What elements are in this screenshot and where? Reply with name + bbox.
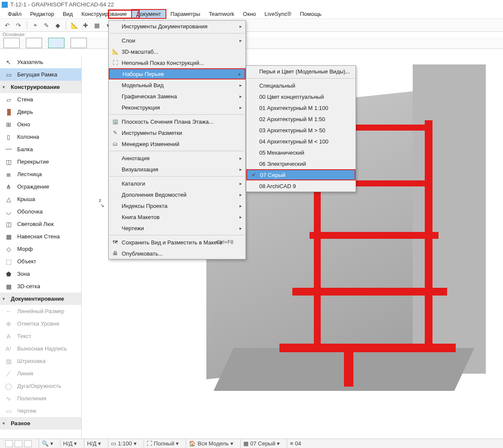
menu-item-3D-масштаб...[interactable]: 📐3D-масштаб... [109,46,245,57]
tool-Дуга/Окружность[interactable]: ◯Дуга/Окружность [0,380,81,392]
menu-item-Специальный[interactable]: Специальный [246,80,356,91]
menu-item-06 Электрический[interactable]: 06 Электрический [246,158,356,169]
tool-Крыша[interactable]: △Крыша [0,193,81,205]
menu-item-Инструменты Документирования[interactable]: Инструменты Документирования [109,21,245,32]
tool-Отметка Уровня[interactable]: ⊕Отметка Уровня [0,317,81,330]
pen-sets-submenu[interactable]: Перья и Цвет (Модельные Виды)...Специаль… [246,65,356,192]
tool-Текст[interactable]: AТекст [0,330,81,342]
tool-Морф[interactable]: ◇Морф [0,243,81,255]
tool-Световой Люк[interactable]: ◫Световой Люк [0,218,81,230]
tool-Дверь[interactable]: 🚪Дверь [0,106,81,118]
tool-Окно[interactable]: ⊞Окно [0,118,81,131]
tool-Перекрытие[interactable]: ◫Перекрытие [0,155,81,168]
tool-Балка[interactable]: 〰Балка [0,143,81,155]
menu-помощь[interactable]: Помощь [296,10,326,18]
menu-item-Книга Макетов[interactable]: Книга Макетов [109,211,245,222]
status-pen[interactable]: ▦ 07 Серый ▾ [240,439,283,448]
status-zoom[interactable]: 🔍 ▾ [39,439,56,448]
highlight-button[interactable]: ◆ [53,21,62,30]
tool-icon: ⬟ [4,271,13,277]
menu-teamwork[interactable]: Teamwork [205,10,239,18]
status-nd1[interactable]: Н/Д ▾ [60,439,80,448]
marquee-mode-2[interactable] [26,38,42,48]
select-button[interactable]: ⌖ [31,21,40,30]
menu-item-Визуализация[interactable]: Визуализация [109,164,245,175]
undo-button[interactable]: ↶ [3,21,12,30]
tool-marquee[interactable]: ▭ Бегущая Рамка [0,68,81,81]
tool-Стена[interactable]: ▱Стена [0,93,81,106]
menu-item-Чертежи[interactable]: Чертежи [109,222,245,234]
menu-файл[interactable]: Файл [3,10,26,18]
document-menu[interactable]: Инструменты ДокументированияСлои📐3D-масш… [108,20,246,259]
menu-item-Менеджер Изменений[interactable]: 🗂Менеджер Изменений [109,138,245,149]
menu-item-01 Архитектурный M 1:100[interactable]: 01 Архитектурный M 1:100 [246,102,356,113]
menu-item-Реконструкция[interactable]: Реконструкция [109,102,245,113]
menu-item-Слои[interactable]: Слои [109,35,245,46]
tool-Полилиния[interactable]: ∿Полилиния [0,392,81,405]
menu-item-Графическая Замена[interactable]: Графическая Замена [109,91,245,102]
menu-item-00 Цвет концептуальный[interactable]: 00 Цвет концептуальный [246,91,356,102]
menu-вид[interactable]: Вид [58,10,77,18]
tool-icon: A [4,333,13,340]
tool-pointer[interactable]: ↖ Указатель [0,56,81,68]
wand-button[interactable]: ✎ [42,21,51,30]
menu-item-Инструменты Разметки[interactable]: ✎Инструменты Разметки [109,127,245,138]
status-model[interactable]: 🏠 Вся Модель ▾ [186,439,236,448]
menu-livesync®[interactable]: LiveSync® [260,10,295,18]
tool-section-Разное[interactable]: ▾Разное [0,417,81,430]
tool-section-Документирование[interactable]: ▾Документирование [0,293,81,305]
menu-item-Неполный Показ Конструкций...[interactable]: ⛶Неполный Показ Конструкций... [109,57,245,68]
tool-Линия[interactable]: ／Линия [0,367,81,380]
menu-параметры[interactable]: Параметры [166,10,205,18]
marquee-mode-1[interactable] [3,38,20,48]
menu-item-Сохранить Вид и Разместить в Макете[interactable]: 🗺Сохранить Вид и Разместить в МакетеCtrl… [109,237,245,248]
status-nd2[interactable]: Н/Д ▾ [84,439,104,448]
tool-section-Конструирование[interactable]: ▾Конструирование [0,81,81,93]
menu-item-08 ArchiCAD 9[interactable]: 08 ArchiCAD 9 [246,180,356,192]
tool-3D-сетка[interactable]: ▦3D-сетка [0,280,81,293]
menu-item-Наборы Перьев[interactable]: Наборы Перьев [109,68,245,79]
menu-item-Опубликовать...[interactable]: 🖶Опубликовать... [109,248,245,259]
ruler-button[interactable]: 📐 [70,21,79,30]
tool-Зона[interactable]: ⬟Зона [0,268,81,280]
tool-Чертеж[interactable]: ▭Чертеж [0,405,81,417]
redo-button[interactable]: ↷ [14,21,23,30]
marquee-mode-3[interactable] [48,38,64,48]
status-history[interactable] [3,439,34,448]
tool-icon: 🚪 [4,109,13,116]
tool-Навесная Стена[interactable]: ▦Навесная Стена [0,230,81,243]
menu-item-02 Архитектурный M 1:50[interactable]: 02 Архитектурный M 1:50 [246,113,356,125]
menu-редактор[interactable]: Редактор [26,10,58,18]
menu-item-Аннотация[interactable]: Аннотация [109,152,245,164]
menu-документ[interactable]: Документ [131,9,166,19]
tool-Колонна[interactable]: ▯Колонна [0,131,81,143]
tool-Линейный Размер[interactable]: ↔Линейный Размер [0,305,81,317]
status-last[interactable]: ≡ 04 [287,439,304,448]
tool-Ограждение[interactable]: ⋔Ограждение [0,180,81,193]
menu-icon: 🖶 [111,250,119,256]
tool-Оболочка[interactable]: ◡Оболочка [0,205,81,218]
tool-Лестница[interactable]: ≣Лестница [0,168,81,180]
marquee-mode-4[interactable] [71,38,87,48]
snap-button[interactable]: ✚ [81,21,90,30]
menu-item-Дополнения Ведомостей[interactable]: Дополнения Ведомостей [109,189,245,200]
status-scale[interactable]: ▭ 1:100 ▾ [108,439,139,448]
tool-Выносная Надпись[interactable]: A¹Выносная Надпись [0,342,81,355]
tool-marquee-label: Бегущая Рамка [17,71,57,78]
menu-item-Перья и Цвет (Модельные Виды)...[interactable]: Перья и Цвет (Модельные Виды)... [246,66,356,77]
menu-конструирование[interactable]: Конструирование [77,10,131,18]
menu-item-Плоскость Сечения Плана Этажа...[interactable]: 🏢Плоскость Сечения Плана Этажа... [109,116,245,127]
menu-item-Индексы Проекта[interactable]: Индексы Проекта [109,200,245,211]
menu-item-03 Архитектурный M > 50[interactable]: 03 Архитектурный M > 50 [246,125,356,136]
status-full[interactable]: ⛶ Полный ▾ [144,439,182,448]
grid-button[interactable]: ▦ [92,21,101,30]
menu-item-07 Серый[interactable]: ✔07 Серый [246,169,356,180]
menu-item-Каталоги[interactable]: Каталоги [109,178,245,189]
menu-item-Модельный Вид[interactable]: Модельный Вид [109,79,245,91]
menu-item-05 Механический[interactable]: 05 Механический [246,147,356,158]
menu-окно[interactable]: Окно [239,10,260,18]
tool-Объект[interactable]: ⬚Объект [0,255,81,268]
menu-item-04 Архитектурный M < 100[interactable]: 04 Архитектурный M < 100 [246,136,356,147]
tool-Штриховка[interactable]: ▨Штриховка [0,355,81,367]
tool-icon: ▦ [4,283,13,290]
